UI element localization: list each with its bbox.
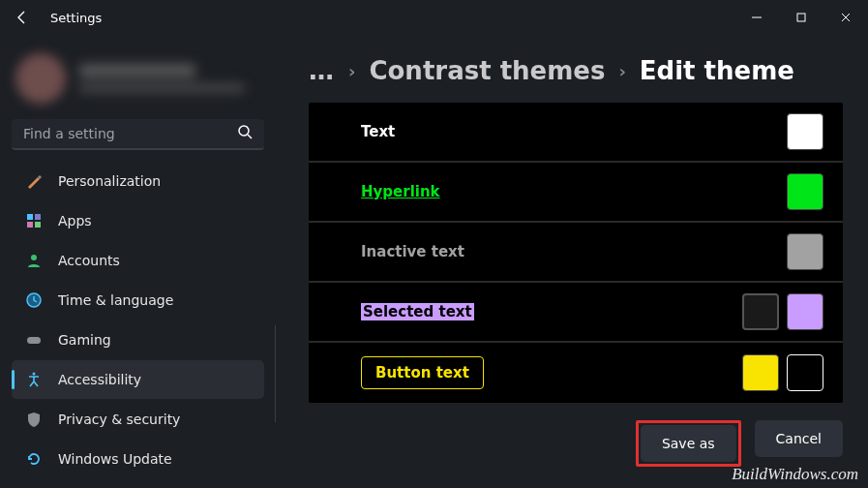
svg-rect-6 (27, 222, 33, 228)
highlight-annotation: Save as (636, 420, 741, 467)
profile-block[interactable] (15, 52, 260, 106)
breadcrumb: … › Contrast themes › Edit theme (309, 56, 843, 85)
color-swatch-hyperlink[interactable] (787, 173, 823, 210)
sidebar-item-label: Accounts (58, 253, 120, 268)
sidebar-item-accounts[interactable]: Accounts (12, 241, 264, 280)
row-label: Hyperlink (361, 183, 779, 200)
gamepad-icon (25, 331, 43, 349)
row-label: Text (361, 123, 779, 140)
svg-rect-11 (27, 337, 41, 344)
back-button[interactable] (14, 9, 31, 26)
breadcrumb-current: Edit theme (640, 56, 794, 85)
cancel-button[interactable]: Cancel (755, 420, 843, 457)
chevron-right-icon: › (618, 61, 625, 81)
theme-row-inactive-text[interactable]: Inactive text (309, 223, 843, 283)
sidebar-item-time-language[interactable]: Time & language (12, 281, 264, 320)
sidebar-item-label: Accessibility (58, 372, 141, 387)
maximize-button[interactable] (779, 0, 823, 35)
person-icon (25, 252, 43, 269)
theme-row-text[interactable]: Text (309, 103, 843, 163)
color-swatch-selected-fg[interactable] (742, 293, 779, 330)
svg-point-12 (33, 373, 36, 376)
color-swatch-button-fg[interactable] (742, 354, 779, 391)
accessibility-icon (25, 371, 43, 388)
theme-row-selected-text[interactable]: Selected text (309, 283, 843, 343)
sidebar-item-label: Time & language (58, 292, 173, 308)
sidebar-item-label: Apps (58, 213, 92, 229)
main-content: … › Contrast themes › Edit theme Text Hy… (276, 35, 868, 488)
apps-icon (25, 212, 43, 229)
sidebar-item-accessibility[interactable]: Accessibility (12, 360, 264, 399)
svg-rect-1 (797, 14, 805, 21)
sidebar-divider (275, 325, 276, 422)
window-controls (734, 0, 868, 35)
chevron-right-icon: › (348, 61, 355, 81)
svg-rect-4 (27, 214, 33, 220)
theme-editor-panel: Text Hyperlink Inactive text Selected te… (309, 103, 843, 403)
svg-point-2 (239, 126, 249, 136)
app-title: Settings (50, 11, 102, 25)
paintbrush-icon (25, 172, 43, 190)
avatar (15, 53, 66, 104)
footer-buttons: Save as Cancel (309, 420, 843, 467)
color-swatch-button-bg[interactable] (787, 354, 823, 391)
sidebar-item-windows-update[interactable]: Windows Update (12, 440, 264, 478)
row-label: Button text (361, 356, 734, 389)
nav-list: Personalization Apps Accounts Time & lan… (12, 162, 264, 478)
title-bar: Settings (0, 0, 868, 35)
sidebar-item-label: Gaming (58, 332, 111, 348)
close-button[interactable] (823, 0, 868, 35)
sidebar-item-gaming[interactable]: Gaming (12, 320, 264, 359)
color-swatch-selected-bg[interactable] (787, 293, 823, 330)
svg-rect-5 (35, 214, 41, 220)
color-swatch-inactive[interactable] (787, 233, 823, 270)
color-swatch-text[interactable] (787, 113, 823, 150)
clock-icon (25, 291, 43, 309)
update-icon (25, 450, 43, 468)
save-as-button[interactable]: Save as (641, 425, 736, 462)
sidebar-item-label: Personalization (58, 173, 161, 189)
sidebar-item-personalization[interactable]: Personalization (12, 162, 264, 200)
search-icon (237, 124, 253, 143)
search-input[interactable] (12, 119, 264, 150)
sidebar-item-label: Privacy & security (58, 412, 180, 427)
svg-line-3 (248, 135, 252, 138)
search-field[interactable] (23, 126, 237, 141)
row-label: Selected text (361, 303, 734, 320)
row-label: Inactive text (361, 243, 779, 260)
sidebar: Personalization Apps Accounts Time & lan… (0, 35, 276, 488)
shield-icon (25, 411, 43, 428)
breadcrumb-ellipsis[interactable]: … (309, 56, 335, 85)
svg-rect-7 (35, 222, 41, 228)
breadcrumb-parent[interactable]: Contrast themes (369, 56, 605, 85)
svg-point-8 (31, 255, 37, 260)
theme-row-hyperlink[interactable]: Hyperlink (309, 163, 843, 223)
sidebar-item-apps[interactable]: Apps (12, 201, 264, 240)
minimize-button[interactable] (734, 0, 779, 35)
theme-row-button-text[interactable]: Button text (309, 343, 843, 403)
sidebar-item-label: Windows Update (58, 451, 172, 467)
sidebar-item-privacy-security[interactable]: Privacy & security (12, 400, 264, 439)
